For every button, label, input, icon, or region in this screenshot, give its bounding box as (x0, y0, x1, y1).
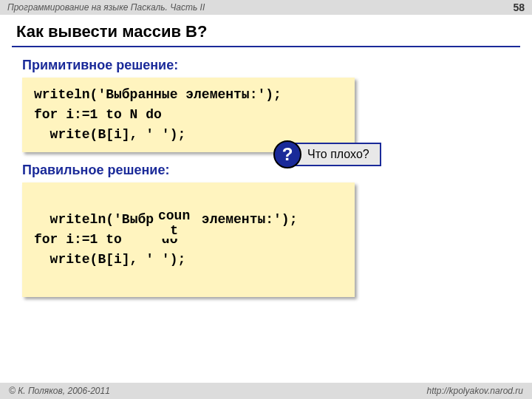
slide-header: Программирование на языке Паскаль. Часть… (0, 0, 532, 15)
page-number: 58 (513, 1, 525, 13)
footer-url: http://kpolyakov.narod.ru (426, 386, 523, 396)
callout: ? Что плохо? (273, 140, 381, 168)
page-title: Как вывести массив B? (0, 15, 532, 44)
course-title: Программирование на языке Паскаль. Часть… (7, 2, 205, 13)
section-label-correct: Правильное решение: (0, 158, 532, 181)
title-divider (12, 46, 520, 47)
slide-footer: © К. Поляков, 2006-2011 http://kpolyakov… (0, 383, 532, 399)
section-label-primitive: Примитивное решение: (0, 53, 532, 76)
callout-text: Что плохо? (288, 143, 381, 166)
copyright: © К. Поляков, 2006-2011 (9, 386, 110, 396)
count-patch: coun t (154, 209, 194, 239)
question-icon: ? (273, 140, 301, 168)
code-box-correct: writeln('Выбранные элементы:'); for i:=1… (22, 183, 355, 297)
